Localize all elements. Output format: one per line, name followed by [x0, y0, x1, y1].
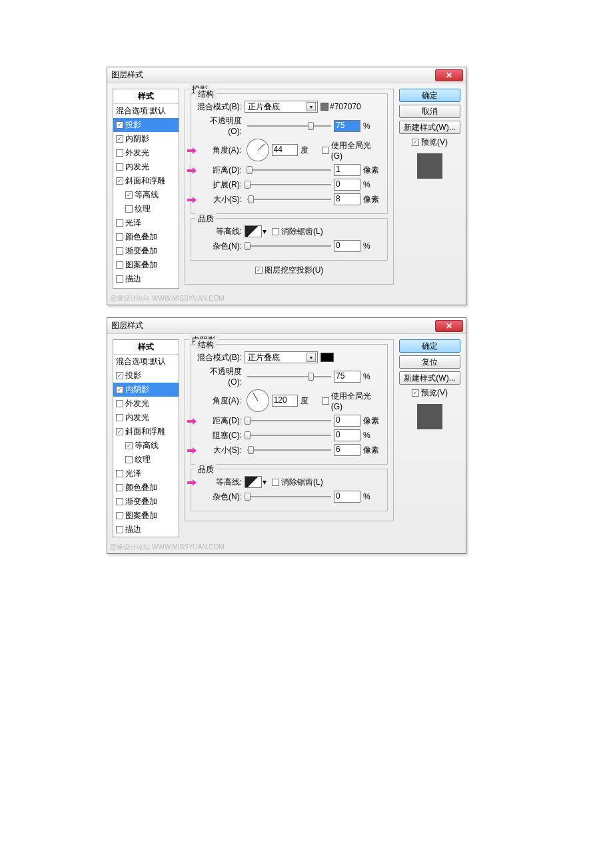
style-row[interactable]: 投影 — [113, 369, 179, 383]
opacity-slider[interactable] — [247, 372, 331, 381]
angle-input[interactable]: 44 — [272, 144, 299, 156]
checkbox-icon[interactable] — [125, 442, 133, 449]
antialias-checkbox[interactable] — [272, 479, 279, 486]
blend-mode-dropdown[interactable]: 正片叠底▾ — [245, 351, 318, 363]
row-input[interactable]: 0 — [334, 415, 360, 427]
noise-input[interactable]: 0 — [334, 491, 360, 503]
unit-label: % — [363, 372, 382, 381]
style-row[interactable]: 描边 — [113, 523, 179, 537]
style-row[interactable]: 内发光 — [113, 160, 179, 174]
close-icon[interactable]: ✕ — [435, 69, 463, 81]
style-row[interactable]: 斜面和浮雕 — [113, 425, 179, 439]
row-slider[interactable] — [247, 165, 331, 175]
row-input[interactable]: 6 — [334, 444, 360, 456]
checkbox-icon[interactable] — [116, 470, 123, 477]
angle-dial[interactable] — [247, 389, 269, 412]
checkbox-icon[interactable] — [116, 149, 123, 157]
knockout-checkbox[interactable] — [255, 267, 263, 274]
checkbox-icon[interactable] — [116, 428, 123, 435]
checkbox-icon[interactable] — [125, 205, 133, 213]
cancel-button[interactable]: 复位 — [399, 355, 460, 369]
style-row[interactable]: 混合选项:默认 — [113, 355, 179, 369]
ok-button[interactable]: 确定 — [399, 339, 460, 353]
row-input[interactable]: 8 — [334, 193, 360, 205]
contour-swatch[interactable] — [245, 476, 262, 488]
row-slider[interactable] — [247, 416, 331, 425]
checkbox-icon[interactable] — [116, 121, 123, 129]
noise-slider[interactable] — [247, 241, 331, 251]
opacity-input[interactable]: 75 — [334, 120, 360, 132]
style-row-label: 投影 — [125, 119, 141, 131]
color-swatch[interactable] — [320, 103, 328, 111]
style-row[interactable]: 光泽 — [113, 467, 179, 481]
angle-dial[interactable] — [247, 139, 269, 161]
style-row[interactable]: 图案叠加 — [113, 509, 179, 523]
checkbox-icon[interactable] — [116, 526, 123, 533]
row-slider[interactable] — [247, 195, 331, 204]
cancel-button[interactable]: 取消 — [399, 105, 460, 118]
style-row[interactable]: 纹理 — [113, 202, 179, 216]
global-light-checkbox[interactable] — [322, 397, 329, 405]
style-row[interactable]: 等高线 — [113, 439, 179, 453]
new-style-button[interactable]: 新建样式(W)... — [399, 371, 460, 385]
style-row[interactable]: 描边 — [113, 272, 179, 286]
checkbox-icon[interactable] — [116, 219, 123, 227]
row-input[interactable]: 0 — [334, 179, 360, 191]
antialias-checkbox[interactable] — [272, 228, 279, 235]
style-row[interactable]: 内发光 — [113, 411, 179, 425]
angle-input[interactable]: 120 — [272, 395, 299, 407]
style-row[interactable]: 外发光 — [113, 146, 179, 160]
checkbox-icon[interactable] — [116, 484, 123, 491]
checkbox-icon[interactable] — [116, 414, 123, 421]
style-row[interactable]: 内阴影 — [113, 132, 179, 146]
checkbox-icon[interactable] — [116, 275, 123, 283]
style-row[interactable]: 渐变叠加 — [113, 495, 179, 509]
preview-checkbox[interactable] — [412, 139, 419, 146]
style-row[interactable]: 渐变叠加 — [113, 244, 179, 258]
checkbox-icon[interactable] — [116, 400, 123, 407]
row-input[interactable]: 1 — [334, 164, 360, 176]
color-swatch[interactable] — [320, 353, 334, 362]
style-row[interactable]: 混合选项:默认 — [113, 104, 179, 118]
chevron-down-icon[interactable]: ▾ — [263, 227, 267, 236]
checkbox-icon[interactable] — [116, 163, 123, 171]
checkbox-icon[interactable] — [116, 247, 123, 255]
checkbox-icon[interactable] — [116, 372, 123, 379]
style-row[interactable]: 等高线 — [113, 188, 179, 202]
checkbox-icon[interactable] — [116, 177, 123, 185]
quality-title: 品质 — [195, 213, 217, 225]
style-row[interactable]: 颜色叠加 — [113, 230, 179, 244]
checkbox-icon[interactable] — [125, 191, 133, 199]
global-light-checkbox[interactable] — [322, 147, 329, 154]
opacity-input[interactable]: 75 — [334, 371, 360, 383]
row-slider[interactable] — [247, 445, 331, 455]
checkbox-icon[interactable] — [116, 498, 123, 505]
checkbox-icon[interactable] — [116, 233, 123, 241]
close-icon[interactable]: ✕ — [435, 320, 463, 332]
style-row[interactable]: 外发光 — [113, 397, 179, 411]
style-row[interactable]: 投影 — [113, 118, 179, 132]
noise-input[interactable]: 0 — [334, 240, 360, 252]
row-slider[interactable] — [247, 180, 331, 189]
checkbox-icon[interactable] — [116, 261, 123, 269]
blend-mode-dropdown[interactable]: 正片叠底▾ — [245, 101, 318, 113]
row-slider[interactable] — [247, 431, 331, 440]
preview-checkbox[interactable] — [412, 389, 419, 397]
style-row[interactable]: 斜面和浮雕 — [113, 174, 179, 188]
checkbox-icon[interactable] — [116, 512, 123, 519]
style-row[interactable]: 内阴影 — [113, 383, 179, 397]
row-input[interactable]: 0 — [334, 429, 360, 441]
checkbox-icon[interactable] — [116, 386, 123, 393]
new-style-button[interactable]: 新建样式(W)... — [399, 121, 460, 134]
style-row[interactable]: 图案叠加 — [113, 258, 179, 272]
style-row[interactable]: 颜色叠加 — [113, 481, 179, 495]
style-row[interactable]: 光泽 — [113, 216, 179, 230]
checkbox-icon[interactable] — [125, 456, 133, 463]
checkbox-icon[interactable] — [116, 135, 123, 143]
ok-button[interactable]: 确定 — [399, 89, 460, 102]
chevron-down-icon[interactable]: ▾ — [263, 477, 267, 487]
opacity-slider[interactable] — [247, 121, 331, 131]
noise-slider[interactable] — [247, 492, 331, 501]
style-row[interactable]: 纹理 — [113, 453, 179, 467]
contour-swatch[interactable] — [245, 225, 262, 237]
